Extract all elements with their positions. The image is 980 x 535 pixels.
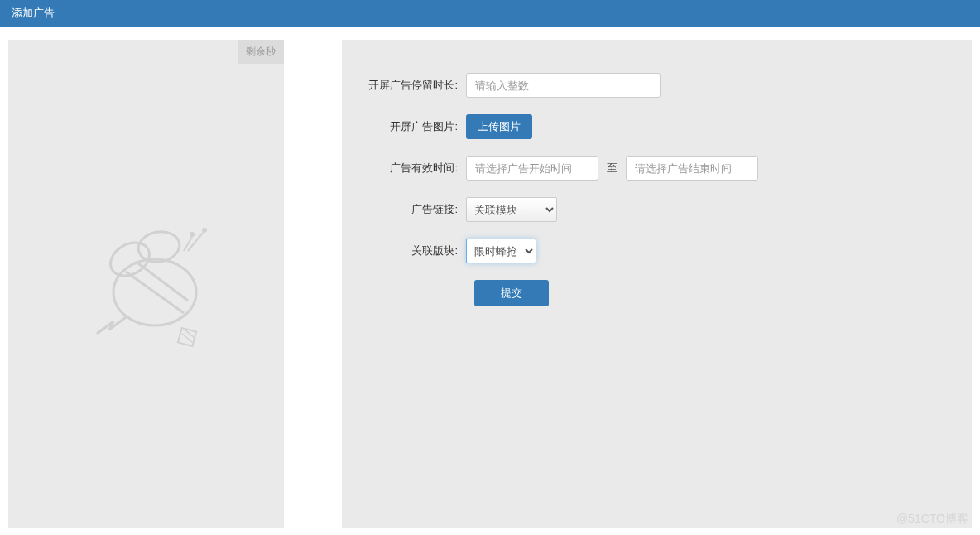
preview-panel: 剩余秒: [8, 40, 284, 528]
main-container: 剩余秒 开屏广告停留时长: 开屏广告图片: 上传图片 广告有效时间: [0, 27, 980, 535]
submit-button[interactable]: 提交: [474, 280, 549, 306]
duration-label: 开屏广告停留时长:: [367, 78, 466, 93]
svg-point-5: [190, 232, 195, 237]
svg-line-2: [138, 263, 188, 301]
end-time-input[interactable]: [626, 156, 758, 181]
ad-link-row: 广告链接: 关联模块: [367, 197, 947, 222]
page-title: 添加广告: [12, 7, 55, 19]
page-header: 添加广告: [0, 0, 980, 27]
valid-time-row: 广告有效时间: 至: [367, 156, 947, 181]
ad-link-select[interactable]: 关联模块: [466, 197, 557, 222]
image-row: 开屏广告图片: 上传图片: [367, 114, 947, 139]
upload-image-button[interactable]: 上传图片: [466, 114, 532, 139]
duration-row: 开屏广告停留时长:: [367, 73, 947, 98]
duration-input[interactable]: [466, 73, 661, 98]
watermark: @51CTO博客: [896, 512, 968, 527]
bee-logo-icon: [64, 201, 229, 367]
countdown-label: 剩余秒: [238, 40, 284, 64]
module-select[interactable]: 限时蜂抢: [466, 239, 536, 263]
start-time-input[interactable]: [466, 156, 598, 181]
ad-link-label: 广告链接:: [367, 202, 466, 217]
svg-line-7: [184, 237, 192, 251]
module-row: 关联版块: 限时蜂抢: [367, 239, 947, 263]
svg-point-6: [202, 228, 207, 233]
submit-row: 提交: [474, 280, 947, 306]
time-separator: 至: [598, 161, 626, 176]
form-panel: 开屏广告停留时长: 开屏广告图片: 上传图片 广告有效时间: 至 广告链接: 关…: [342, 40, 972, 528]
module-label: 关联版块:: [367, 243, 466, 258]
image-label: 开屏广告图片:: [367, 119, 466, 134]
valid-time-label: 广告有效时间:: [367, 161, 466, 176]
